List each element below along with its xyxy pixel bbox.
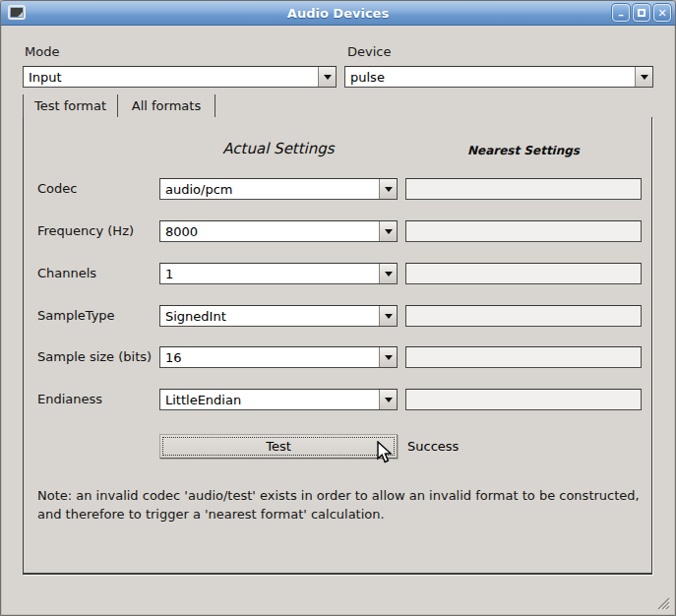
chevron-down-icon — [324, 75, 332, 80]
window-title: Audio Devices — [1, 1, 675, 26]
chevron-down-icon — [385, 272, 393, 277]
sampletype-nearest-field — [405, 305, 642, 327]
chevron-down-icon — [641, 75, 648, 80]
chevron-down-icon — [385, 229, 393, 234]
mouse-cursor-icon — [376, 441, 394, 464]
tab-all-formats[interactable]: All formats — [118, 94, 215, 117]
device-select-arrow[interactable] — [635, 67, 652, 87]
channels-label: Channels — [37, 263, 96, 284]
close-button[interactable]: ✕ — [653, 4, 671, 22]
mode-select-arrow[interactable] — [318, 67, 336, 87]
actual-settings-header: Actual Settings — [159, 140, 398, 157]
minimize-button[interactable]: – — [612, 4, 630, 22]
frequency-label: Frequency (Hz) — [37, 220, 134, 242]
minimize-icon: – — [618, 10, 624, 21]
codec-select-arrow[interactable] — [379, 179, 397, 199]
codec-nearest-field — [405, 178, 642, 200]
chevron-down-icon — [385, 187, 393, 192]
chevron-down-icon — [385, 355, 393, 360]
device-select-value: pulse — [345, 70, 635, 85]
chevron-down-icon — [385, 314, 393, 319]
device-label: Device — [347, 44, 391, 59]
channels-select[interactable]: 1 — [159, 263, 398, 284]
sampletype-select-arrow[interactable] — [379, 306, 397, 326]
sampletype-label: SampleType — [37, 305, 115, 327]
samplesize-select[interactable]: 16 — [159, 346, 398, 368]
chevron-down-icon — [385, 398, 393, 402]
status-text: Success — [407, 439, 459, 454]
resize-grip[interactable] — [654, 594, 670, 610]
endianess-select[interactable]: LittleEndian — [159, 389, 398, 410]
channels-nearest-field — [405, 263, 642, 284]
tab-test-format[interactable]: Test format — [23, 94, 118, 117]
samplesize-select-arrow[interactable] — [379, 347, 397, 367]
codec-label: Codec — [37, 178, 77, 200]
device-select[interactable]: pulse — [344, 66, 653, 88]
nearest-settings-header: Nearest Settings — [405, 144, 642, 157]
mode-label: Mode — [25, 44, 59, 59]
endianess-select-arrow[interactable] — [379, 390, 397, 409]
endianess-nearest-field — [405, 389, 642, 410]
mode-select-value: Input — [24, 70, 318, 85]
endianess-label: Endianess — [37, 389, 102, 410]
frequency-select-arrow[interactable] — [379, 221, 397, 241]
audio-devices-window: Audio Devices – ✕ Mode Device Input puls… — [0, 0, 676, 616]
samplesize-label: Sample size (bits) — [37, 346, 152, 368]
maximize-icon — [638, 9, 645, 17]
close-icon: ✕ — [657, 8, 666, 19]
frequency-select[interactable]: 8000 — [159, 220, 398, 242]
maximize-button[interactable] — [633, 4, 650, 22]
test-button[interactable]: Test — [159, 434, 398, 459]
test-format-panel: Actual Settings Nearest Settings Codec a… — [23, 117, 652, 575]
titlebar[interactable]: Audio Devices – ✕ — [1, 1, 675, 26]
frequency-nearest-field — [405, 220, 642, 242]
mode-select[interactable]: Input — [23, 66, 337, 88]
note-text: Note: an invalid codec 'audio/test' exis… — [37, 486, 644, 524]
codec-select[interactable]: audio/pcm — [159, 178, 398, 200]
samplesize-nearest-field — [405, 346, 642, 368]
sampletype-select[interactable]: SignedInt — [159, 305, 398, 327]
tab-bar: Test format All formats — [23, 94, 215, 117]
channels-select-arrow[interactable] — [379, 264, 397, 283]
